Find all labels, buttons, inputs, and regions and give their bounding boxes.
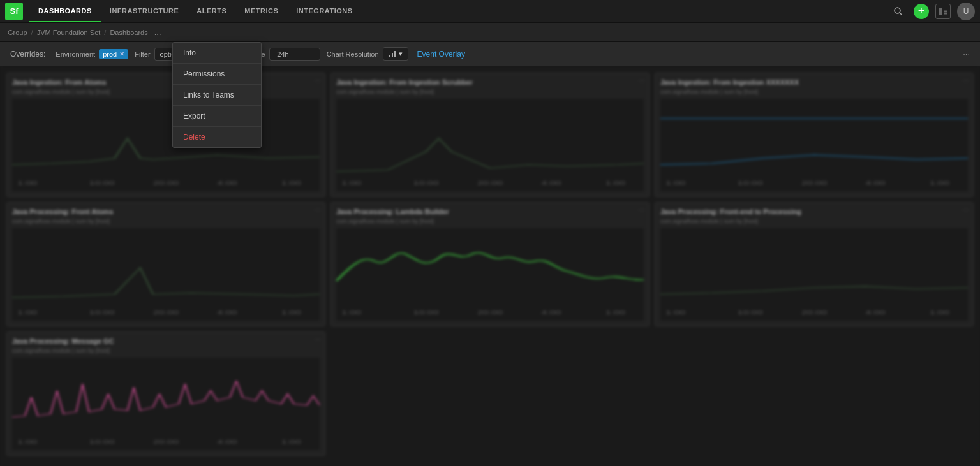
chart-card-1: Java Ingestion: From Atoms com.signalfus… (6, 73, 325, 197)
nav-dashboards[interactable]: DASHBOARDS (29, 0, 101, 22)
menu-item-info[interactable]: Info (173, 43, 261, 64)
svg-text:20:00: 20:00 (153, 309, 179, 316)
overrides-label: Overrides: (10, 50, 45, 59)
svg-text:4:00: 4:00 (541, 180, 561, 186)
context-dropdown-menu: Info Permissions Links to Teams Export D… (172, 42, 262, 148)
chart-icons-5: ⋯ (639, 207, 645, 214)
chart-area-6: 1:00 10:00 20:00 4:00 1:00 (660, 228, 968, 321)
svg-text:20:00: 20:00 (801, 309, 827, 316)
environment-key: Environment (56, 50, 95, 58)
svg-text:10:00: 10:00 (89, 439, 115, 445)
chart-info-icon-6[interactable]: ⋯ (963, 207, 969, 214)
breadcrumb-more[interactable]: ... (154, 27, 161, 37)
environment-close-icon[interactable]: ✕ (119, 50, 124, 57)
svg-text:1:00: 1:00 (930, 309, 949, 316)
chart-info-icon-1[interactable]: ⋯ (315, 77, 321, 84)
chart-info-icon-7[interactable]: ⋯ (315, 336, 321, 343)
svg-rect-7 (392, 53, 393, 57)
chart-res-button[interactable]: ▾ (383, 47, 408, 61)
chart-info-icon-4[interactable]: ⋯ (315, 207, 321, 214)
svg-text:1:00: 1:00 (17, 439, 37, 445)
svg-text:1:00: 1:00 (17, 180, 37, 186)
overrides-bar: Overrides: Environment prod ✕ Filter Tim… (0, 42, 980, 66)
environment-value: prod (103, 50, 117, 58)
event-overlay-button[interactable]: Event Overlay (417, 50, 465, 59)
svg-point-0 (895, 8, 900, 13)
svg-text:1:00: 1:00 (281, 180, 301, 186)
chart-res-group: Chart Resolution ▾ (327, 47, 408, 61)
chart-title-4: Java Processing: Front Atoms (12, 208, 320, 215)
chart-title-6: Java Processing: Front-end to Processing (660, 208, 968, 215)
chart-area-5: 1:00 10:00 20:00 4:00 1:00 (336, 228, 644, 321)
chart-info-icon-5[interactable]: ⋯ (639, 207, 645, 214)
chart-subtitle-1: com.signalfuse.module | sum by [host] (12, 89, 320, 95)
chart-area-7: 1:00 10:00 20:00 4:00 1:00 (12, 358, 320, 450)
svg-text:1:00: 1:00 (341, 180, 361, 186)
chart-info-icon-2[interactable]: ⋯ (639, 77, 645, 84)
svg-text:20:00: 20:00 (801, 180, 827, 186)
chevron-down-icon: ▾ (399, 50, 403, 58)
breadcrumb-sep-1: / (31, 29, 33, 36)
chart-area-1: 1:00 10:00 20:00 4:00 1:00 (12, 99, 320, 191)
svg-text:4:00: 4:00 (217, 309, 237, 316)
environment-group: Environment prod ✕ (56, 49, 128, 59)
nav-integrations[interactable]: INTEGRATIONS (287, 0, 361, 22)
chart-icons-3: ⋯ (963, 77, 969, 84)
svg-text:1:00: 1:00 (605, 180, 625, 186)
menu-item-delete[interactable]: Delete (173, 127, 261, 147)
chart-icons-2: ⋯ (639, 77, 645, 84)
chart-card-6: Java Processing: Front-end to Processing… (655, 202, 974, 326)
svg-text:1:00: 1:00 (605, 309, 625, 316)
add-button[interactable]: + (914, 4, 929, 19)
svg-text:1:00: 1:00 (665, 180, 685, 186)
svg-text:1:00: 1:00 (930, 180, 949, 186)
overrides-more-button[interactable]: ··· (963, 49, 970, 59)
svg-text:10:00: 10:00 (89, 180, 115, 186)
svg-text:4:00: 4:00 (541, 309, 561, 316)
user-avatar[interactable]: U (957, 3, 975, 20)
chart-card-2: Java Ingestion: From Ingestion Scrubber … (330, 73, 650, 197)
nav-metrics[interactable]: METRICS (235, 0, 287, 22)
time-input[interactable] (269, 48, 320, 61)
svg-text:1:00: 1:00 (281, 439, 301, 445)
svg-text:4:00: 4:00 (865, 180, 885, 186)
svg-text:10:00: 10:00 (413, 309, 439, 316)
svg-text:1:00: 1:00 (281, 309, 301, 316)
breadcrumb-group[interactable]: Group (8, 29, 27, 36)
svg-text:10:00: 10:00 (413, 180, 439, 186)
svg-rect-4 (944, 11, 947, 13)
menu-item-links-to-teams[interactable]: Links to Teams (173, 85, 261, 106)
svg-text:10:00: 10:00 (738, 180, 763, 186)
svg-text:4:00: 4:00 (217, 180, 237, 186)
chart-area-3: 1:00 10:00 20:00 4:00 1:00 (660, 99, 968, 191)
nav-infrastructure[interactable]: INFRASTRUCTURE (101, 0, 188, 22)
chart-res-label: Chart Resolution (327, 50, 379, 58)
chart-title-2: Java Ingestion: From Ingestion Scrubber (336, 78, 644, 86)
search-button[interactable] (889, 3, 907, 20)
svg-text:20:00: 20:00 (477, 180, 503, 186)
chart-subtitle-4: com.signalfuse.module | sum by [host] (12, 218, 320, 224)
nav-items: DASHBOARDS INFRASTRUCTURE ALERTS METRICS… (29, 0, 889, 22)
chart-subtitle-2: com.signalfuse.module | sum by [host] (336, 89, 644, 95)
menu-item-export[interactable]: Export (173, 106, 261, 127)
logo: Sf (5, 3, 23, 20)
svg-line-1 (900, 13, 902, 15)
menu-item-permissions[interactable]: Permissions (173, 64, 261, 85)
nav-alerts[interactable]: ALERTS (188, 0, 235, 22)
environment-tag[interactable]: prod ✕ (99, 49, 128, 59)
breadcrumb-sep-2: / (104, 29, 106, 36)
svg-rect-8 (394, 51, 396, 57)
svg-rect-6 (389, 55, 390, 57)
chart-card-3: Java Ingestion: From Ingestion XXXXXXX c… (655, 73, 974, 197)
chart-subtitle-3: com.signalfuse.module | sum by [host] (660, 89, 968, 95)
svg-rect-2 (939, 8, 942, 15)
top-nav: Sf DASHBOARDS INFRASTRUCTURE ALERTS METR… (0, 0, 980, 23)
chart-card-4: Java Processing: Front Atoms com.signalf… (6, 202, 325, 326)
breadcrumb-dashboards[interactable]: Dashboards (110, 29, 147, 36)
svg-text:1:00: 1:00 (341, 309, 361, 316)
chart-title-5: Java Processing: Lambda Builder (336, 208, 644, 215)
breadcrumb-foundation[interactable]: JVM Foundation Set (37, 29, 101, 36)
sidebar-toggle[interactable] (935, 4, 951, 19)
chart-info-icon-3[interactable]: ⋯ (963, 77, 969, 84)
svg-text:20:00: 20:00 (153, 180, 179, 186)
